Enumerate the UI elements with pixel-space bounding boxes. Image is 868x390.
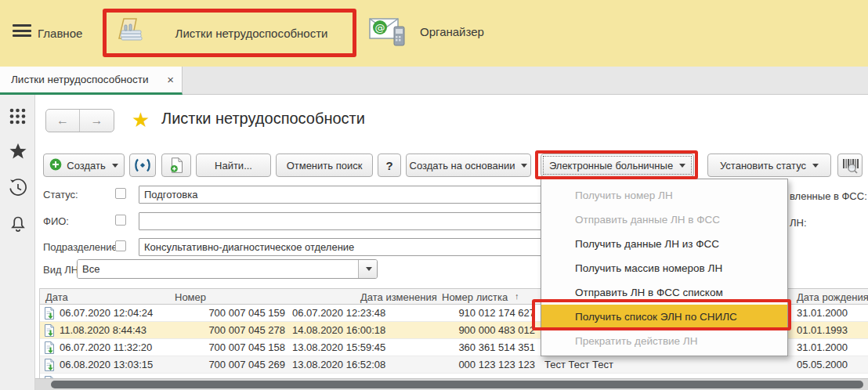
- cancel-search-button[interactable]: Отменить поиск: [276, 153, 373, 177]
- new-document-icon: [170, 157, 183, 173]
- chevron-down-icon: [521, 164, 527, 168]
- section-organizer-label: Органайзер: [420, 25, 484, 38]
- favorite-star-icon[interactable]: ★: [132, 108, 150, 132]
- related-documents-button[interactable]: [129, 153, 156, 177]
- table-row[interactable]: 06.08.2020 13:03:15 700 007 045 269 13.0…: [40, 356, 868, 374]
- cell-date: 06.07.2020 11:32:20: [60, 341, 168, 353]
- chevron-down-icon: [366, 267, 372, 271]
- fio-filter-input[interactable]: [139, 212, 543, 230]
- cell-date: 06.07.2020 12:04:24: [60, 307, 168, 319]
- column-header-date[interactable]: Дата: [45, 291, 68, 303]
- create-button[interactable]: Создать: [43, 153, 125, 177]
- section-sick-leaves[interactable]: Листки нетрудоспособности: [108, 14, 351, 52]
- department-filter-label: Подразделение:: [43, 241, 120, 253]
- find-button-label: Найти...: [215, 160, 252, 172]
- status-filter-label: Статус:: [43, 189, 78, 200]
- cell-sheet-number: 900 000 483 012: [363, 324, 535, 336]
- cell-date: 11.08.2020 8:44:43: [60, 324, 168, 336]
- cell-sheet-number: 910 012 174 627: [363, 307, 535, 319]
- cell-sheet-number: 000 123 123 123: [363, 359, 535, 370]
- hamburger-menu-icon[interactable]: [13, 24, 31, 38]
- barcode-search-icon: [841, 157, 859, 174]
- favorites-star-icon[interactable]: [8, 142, 27, 161]
- tab-sick-leaves[interactable]: Листки нетрудоспособности ×: [0, 67, 183, 95]
- menu-item-send-ln-data-fss: Отправить данные ЛН в ФСС: [541, 208, 787, 232]
- related-documents-icon: [134, 158, 151, 172]
- barcode-search-button[interactable]: [837, 153, 863, 177]
- app-window: Главное Листки нетрудоспособности: [0, 0, 868, 390]
- document-posted-icon: [44, 359, 56, 374]
- electronic-sick-leaves-menu: Получить номер ЛН Отправить данные ЛН в …: [541, 179, 788, 356]
- set-status-button[interactable]: Установить статус: [707, 153, 831, 177]
- forward-button[interactable]: →: [80, 110, 114, 132]
- tab-bar: Листки нетрудоспособности ×: [0, 67, 868, 95]
- create-based-on-label: Создать на основании: [410, 160, 515, 172]
- chevron-down-icon: [812, 164, 819, 168]
- electronic-sick-leaves-label: Электронные больничные: [549, 160, 673, 172]
- section-home[interactable]: Главное: [38, 27, 82, 40]
- tab-close-icon[interactable]: ×: [162, 73, 174, 86]
- set-status-label: Установить статус: [720, 160, 806, 172]
- menu-item-get-ln-number-array[interactable]: Получить массив номеров ЛН: [541, 256, 787, 280]
- right-label-fragment-ln: ЛН:: [790, 217, 807, 229]
- ln-type-dropdown-button[interactable]: [358, 260, 377, 278]
- cell-sheet-number: 360 361 514 351: [363, 341, 535, 353]
- fio-filter-checkbox[interactable]: [115, 215, 126, 226]
- notifications-bell-icon[interactable]: [8, 214, 27, 233]
- help-button-label: ?: [385, 159, 392, 172]
- new-document-button[interactable]: [161, 153, 191, 177]
- organizer-mail-icon: @: [368, 13, 409, 51]
- cancel-search-label: Отменить поиск: [287, 160, 363, 172]
- scrollbar-thumb[interactable]: [51, 381, 863, 388]
- help-button[interactable]: ?: [378, 153, 401, 177]
- department-filter-input[interactable]: [139, 238, 543, 256]
- nav-history-buttons: ← →: [45, 109, 114, 132]
- create-based-on-button[interactable]: Создать на основании: [406, 153, 531, 177]
- create-plus-icon: [49, 158, 62, 173]
- sick-leaves-section-icon: [108, 13, 152, 53]
- cell-number: 700 007 045 158: [171, 341, 285, 353]
- menu-item-get-ln-data-fss[interactable]: Получить данные ЛН из ФСС: [541, 232, 787, 256]
- tab-label: Листки нетрудоспособности: [11, 74, 162, 85]
- electronic-sick-leaves-button[interactable]: Электронные больничные: [541, 153, 694, 177]
- chevron-down-icon: [679, 164, 685, 168]
- cell-birth-date: 01.01.1993: [797, 324, 866, 336]
- section-sick-leaves-label: Листки нетрудоспособности: [152, 27, 351, 40]
- cell-birth-date: 05.05.2000: [797, 359, 866, 370]
- column-header-birth-date[interactable]: Дата рождения: [797, 291, 868, 303]
- document-posted-icon: [44, 341, 56, 356]
- department-filter-checkbox[interactable]: [115, 240, 126, 251]
- document-posted-icon: [44, 307, 56, 322]
- cell-number: 700 007 045 269: [171, 359, 285, 370]
- back-button[interactable]: ←: [46, 110, 80, 132]
- cell-number: 700 007 045 159: [171, 307, 285, 319]
- status-filter-checkbox[interactable]: [115, 188, 126, 199]
- column-header-sheet-number[interactable]: Номер листка: [442, 291, 508, 303]
- menu-item-get-eln-list-by-snils[interactable]: Получить список ЭЛН по СНИЛС: [541, 305, 787, 329]
- column-header-modified[interactable]: Дата изменения: [360, 291, 437, 303]
- all-functions-grid-icon[interactable]: [8, 107, 27, 127]
- top-section-bar: Главное Листки нетрудоспособности: [0, 0, 868, 67]
- left-toolbar: [0, 95, 35, 390]
- ln-type-filter-label: Вид ЛН:: [43, 264, 81, 276]
- fio-filter-label: ФИО:: [43, 215, 69, 227]
- menu-item-get-ln-number: Получить номер ЛН: [541, 183, 787, 208]
- column-header-number[interactable]: Номер: [175, 291, 206, 303]
- menu-item-send-ln-fss-list[interactable]: Отправить ЛН в ФСС списком: [541, 280, 787, 305]
- chevron-down-icon: [112, 164, 118, 168]
- cell-person: Тест Тест Тест: [544, 359, 787, 370]
- cell-birth-date: 31.01.2000: [797, 341, 866, 353]
- create-button-label: Создать: [67, 160, 105, 172]
- page-title: Листки нетрудоспособности: [161, 110, 365, 128]
- right-label-fragment-fss: вленные в ФСС:: [790, 190, 867, 202]
- ln-type-input[interactable]: [78, 260, 358, 278]
- cell-number: 700 007 045 278: [171, 324, 285, 336]
- section-organizer[interactable]: @ Органайзер: [368, 13, 484, 51]
- sort-ascending-icon: ↑: [515, 291, 519, 301]
- menu-item-stop-ln: Прекратить действие ЛН: [541, 329, 787, 353]
- status-filter-input[interactable]: [139, 186, 543, 204]
- horizontal-scrollbar[interactable]: [35, 378, 868, 390]
- find-button[interactable]: Найти...: [196, 153, 271, 177]
- history-clock-icon[interactable]: [8, 178, 27, 197]
- document-posted-icon: [44, 324, 56, 339]
